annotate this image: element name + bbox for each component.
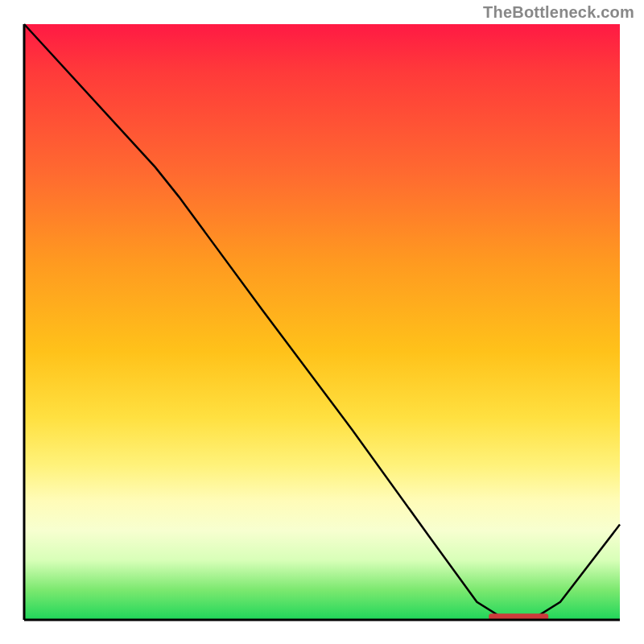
attribution-text: TheBottleneck.com bbox=[483, 3, 634, 22]
bottleneck-curve bbox=[24, 24, 620, 617]
bottleneck-chart: TheBottleneck.com bbox=[0, 0, 644, 644]
chart-svg bbox=[24, 24, 620, 620]
